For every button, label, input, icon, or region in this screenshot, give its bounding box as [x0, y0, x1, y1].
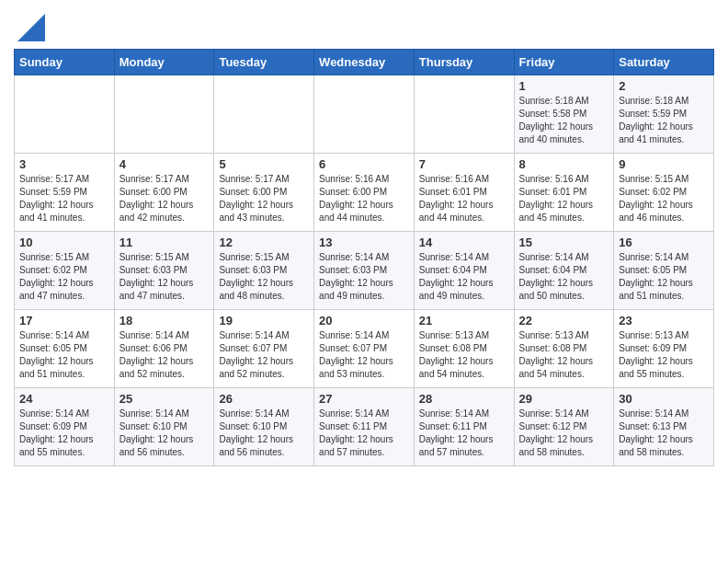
- day-number: 1: [519, 79, 609, 93]
- day-info: Sunrise: 5:15 AM Sunset: 6:03 PM Dayligh…: [119, 251, 210, 303]
- day-number: 28: [419, 392, 509, 406]
- calendar: SundayMondayTuesdayWednesdayThursdayFrid…: [14, 49, 714, 466]
- day-cell: 17Sunrise: 5:14 AM Sunset: 6:05 PM Dayli…: [15, 310, 115, 388]
- day-cell: 26Sunrise: 5:14 AM Sunset: 6:10 PM Dayli…: [214, 388, 314, 466]
- day-info: Sunrise: 5:14 AM Sunset: 6:05 PM Dayligh…: [619, 251, 709, 303]
- day-info: Sunrise: 5:14 AM Sunset: 6:07 PM Dayligh…: [219, 329, 309, 381]
- day-info: Sunrise: 5:17 AM Sunset: 6:00 PM Dayligh…: [119, 173, 210, 224]
- day-cell: 25Sunrise: 5:14 AM Sunset: 6:10 PM Dayli…: [114, 388, 214, 466]
- weekday-header-sunday: Sunday: [15, 50, 115, 75]
- day-info: Sunrise: 5:15 AM Sunset: 6:03 PM Dayligh…: [219, 251, 309, 303]
- day-number: 10: [19, 236, 109, 249]
- header: [14, 9, 714, 41]
- day-cell: 10Sunrise: 5:15 AM Sunset: 6:02 PM Dayli…: [15, 232, 115, 310]
- week-row: 10Sunrise: 5:15 AM Sunset: 6:02 PM Dayli…: [15, 232, 714, 310]
- weekday-header-monday: Monday: [114, 50, 214, 75]
- day-cell: 11Sunrise: 5:15 AM Sunset: 6:03 PM Dayli…: [114, 232, 214, 310]
- week-row: 24Sunrise: 5:14 AM Sunset: 6:09 PM Dayli…: [15, 388, 714, 466]
- day-info: Sunrise: 5:18 AM Sunset: 5:58 PM Dayligh…: [519, 95, 609, 146]
- day-number: 3: [19, 157, 109, 171]
- day-cell: 13Sunrise: 5:14 AM Sunset: 6:03 PM Dayli…: [314, 232, 415, 310]
- day-info: Sunrise: 5:14 AM Sunset: 6:05 PM Dayligh…: [19, 329, 109, 381]
- day-info: Sunrise: 5:14 AM Sunset: 6:03 PM Dayligh…: [319, 251, 409, 303]
- weekday-header-saturday: Saturday: [614, 50, 714, 75]
- day-cell: 29Sunrise: 5:14 AM Sunset: 6:12 PM Dayli…: [514, 388, 614, 466]
- day-cell: [214, 75, 314, 154]
- day-info: Sunrise: 5:13 AM Sunset: 6:08 PM Dayligh…: [419, 329, 509, 381]
- day-number: 4: [119, 157, 210, 171]
- weekday-header-wednesday: Wednesday: [314, 50, 415, 75]
- day-cell: 9Sunrise: 5:15 AM Sunset: 6:02 PM Daylig…: [614, 154, 714, 232]
- day-cell: 24Sunrise: 5:14 AM Sunset: 6:09 PM Dayli…: [15, 388, 115, 466]
- day-cell: 5Sunrise: 5:17 AM Sunset: 6:00 PM Daylig…: [214, 154, 314, 232]
- day-number: 20: [319, 314, 409, 327]
- weekday-header-thursday: Thursday: [414, 50, 514, 75]
- day-info: Sunrise: 5:16 AM Sunset: 6:01 PM Dayligh…: [419, 173, 509, 224]
- day-number: 7: [419, 157, 509, 171]
- logo-icon: [17, 14, 45, 41]
- day-number: 11: [119, 236, 210, 249]
- day-cell: [15, 75, 115, 154]
- day-info: Sunrise: 5:14 AM Sunset: 6:12 PM Dayligh…: [519, 408, 609, 459]
- day-info: Sunrise: 5:14 AM Sunset: 6:13 PM Dayligh…: [619, 408, 709, 459]
- day-info: Sunrise: 5:14 AM Sunset: 6:07 PM Dayligh…: [319, 329, 409, 381]
- day-cell: 30Sunrise: 5:14 AM Sunset: 6:13 PM Dayli…: [614, 388, 714, 466]
- day-cell: 22Sunrise: 5:13 AM Sunset: 6:08 PM Dayli…: [514, 310, 614, 388]
- week-row: 1Sunrise: 5:18 AM Sunset: 5:58 PM Daylig…: [15, 75, 714, 154]
- day-number: 25: [119, 392, 210, 406]
- calendar-body: 1Sunrise: 5:18 AM Sunset: 5:58 PM Daylig…: [15, 75, 714, 466]
- day-cell: 2Sunrise: 5:18 AM Sunset: 5:59 PM Daylig…: [614, 75, 714, 154]
- day-number: 2: [619, 79, 709, 93]
- day-cell: 3Sunrise: 5:17 AM Sunset: 5:59 PM Daylig…: [15, 154, 115, 232]
- day-info: Sunrise: 5:13 AM Sunset: 6:08 PM Dayligh…: [519, 329, 609, 381]
- day-cell: 21Sunrise: 5:13 AM Sunset: 6:08 PM Dayli…: [414, 310, 514, 388]
- day-number: 5: [219, 157, 309, 171]
- day-cell: 28Sunrise: 5:14 AM Sunset: 6:11 PM Dayli…: [414, 388, 514, 466]
- calendar-header: SundayMondayTuesdayWednesdayThursdayFrid…: [15, 50, 714, 75]
- day-number: 9: [619, 157, 709, 171]
- day-cell: [414, 75, 514, 154]
- day-info: Sunrise: 5:17 AM Sunset: 5:59 PM Dayligh…: [19, 173, 109, 224]
- day-number: 12: [219, 236, 309, 249]
- day-info: Sunrise: 5:14 AM Sunset: 6:04 PM Dayligh…: [519, 251, 609, 303]
- day-number: 6: [319, 157, 409, 171]
- day-number: 29: [519, 392, 609, 406]
- day-number: 22: [519, 314, 609, 327]
- weekday-header-tuesday: Tuesday: [214, 50, 314, 75]
- day-number: 13: [319, 236, 409, 249]
- day-info: Sunrise: 5:14 AM Sunset: 6:10 PM Dayligh…: [219, 408, 309, 459]
- week-row: 17Sunrise: 5:14 AM Sunset: 6:05 PM Dayli…: [15, 310, 714, 388]
- weekday-row: SundayMondayTuesdayWednesdayThursdayFrid…: [15, 50, 714, 75]
- day-info: Sunrise: 5:14 AM Sunset: 6:09 PM Dayligh…: [19, 408, 109, 459]
- day-cell: 18Sunrise: 5:14 AM Sunset: 6:06 PM Dayli…: [114, 310, 214, 388]
- page: SundayMondayTuesdayWednesdayThursdayFrid…: [0, 0, 728, 480]
- day-info: Sunrise: 5:14 AM Sunset: 6:04 PM Dayligh…: [419, 251, 509, 303]
- day-number: 24: [19, 392, 109, 406]
- day-cell: 16Sunrise: 5:14 AM Sunset: 6:05 PM Dayli…: [614, 232, 714, 310]
- day-number: 23: [619, 314, 709, 327]
- logo: [14, 14, 45, 41]
- day-cell: 8Sunrise: 5:16 AM Sunset: 6:01 PM Daylig…: [514, 154, 614, 232]
- day-info: Sunrise: 5:14 AM Sunset: 6:11 PM Dayligh…: [319, 408, 409, 459]
- day-cell: [314, 75, 415, 154]
- day-cell: 4Sunrise: 5:17 AM Sunset: 6:00 PM Daylig…: [114, 154, 214, 232]
- day-number: 8: [519, 157, 609, 171]
- day-cell: 6Sunrise: 5:16 AM Sunset: 6:00 PM Daylig…: [314, 154, 415, 232]
- day-cell: 14Sunrise: 5:14 AM Sunset: 6:04 PM Dayli…: [414, 232, 514, 310]
- day-cell: 27Sunrise: 5:14 AM Sunset: 6:11 PM Dayli…: [314, 388, 415, 466]
- day-info: Sunrise: 5:14 AM Sunset: 6:10 PM Dayligh…: [119, 408, 210, 459]
- day-info: Sunrise: 5:13 AM Sunset: 6:09 PM Dayligh…: [619, 329, 709, 381]
- day-number: 17: [19, 314, 109, 327]
- day-info: Sunrise: 5:15 AM Sunset: 6:02 PM Dayligh…: [19, 251, 109, 303]
- day-info: Sunrise: 5:18 AM Sunset: 5:59 PM Dayligh…: [619, 95, 709, 146]
- day-cell: 1Sunrise: 5:18 AM Sunset: 5:58 PM Daylig…: [514, 75, 614, 154]
- day-info: Sunrise: 5:16 AM Sunset: 6:01 PM Dayligh…: [519, 173, 609, 224]
- week-row: 3Sunrise: 5:17 AM Sunset: 5:59 PM Daylig…: [15, 154, 714, 232]
- svg-marker-0: [17, 14, 45, 41]
- day-info: Sunrise: 5:14 AM Sunset: 6:11 PM Dayligh…: [419, 408, 509, 459]
- day-number: 18: [119, 314, 210, 327]
- day-number: 14: [419, 236, 509, 249]
- day-cell: [114, 75, 214, 154]
- day-number: 19: [219, 314, 309, 327]
- day-number: 21: [419, 314, 509, 327]
